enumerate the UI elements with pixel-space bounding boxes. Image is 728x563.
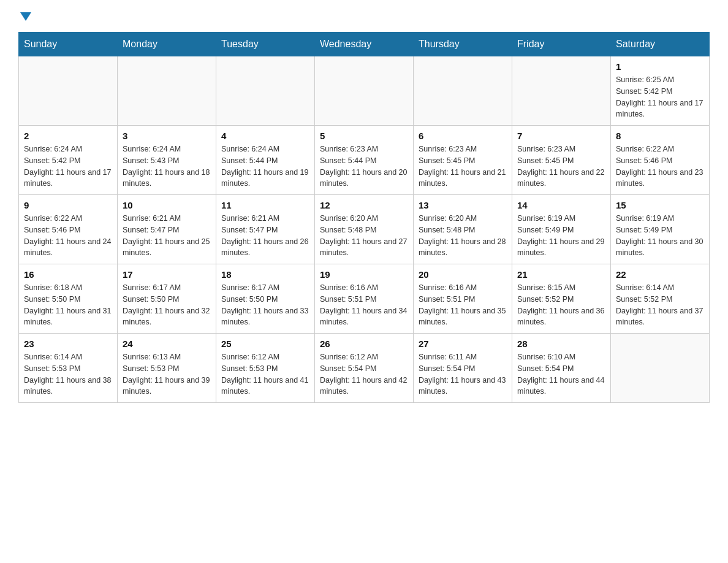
day-number: 14 xyxy=(517,200,605,210)
weekday-header-thursday: Thursday xyxy=(414,33,512,56)
calendar-cell: 25Sunrise: 6:12 AM Sunset: 5:53 PM Dayli… xyxy=(216,334,315,403)
calendar-cell: 7Sunrise: 6:23 AM Sunset: 5:45 PM Daylig… xyxy=(512,126,611,195)
day-info: Sunrise: 6:19 AM Sunset: 5:49 PM Dayligh… xyxy=(616,213,704,259)
day-number: 7 xyxy=(517,131,605,141)
calendar-cell: 26Sunrise: 6:12 AM Sunset: 5:54 PM Dayli… xyxy=(315,334,414,403)
calendar-cell xyxy=(216,56,315,126)
week-row-3: 9Sunrise: 6:22 AM Sunset: 5:46 PM Daylig… xyxy=(19,195,710,264)
day-info: Sunrise: 6:12 AM Sunset: 5:53 PM Dayligh… xyxy=(221,351,309,397)
weekday-header-friday: Friday xyxy=(512,33,611,56)
day-info: Sunrise: 6:16 AM Sunset: 5:51 PM Dayligh… xyxy=(320,282,408,328)
calendar-cell: 23Sunrise: 6:14 AM Sunset: 5:53 PM Dayli… xyxy=(19,334,118,403)
calendar-cell xyxy=(611,334,710,403)
day-info: Sunrise: 6:14 AM Sunset: 5:53 PM Dayligh… xyxy=(24,351,112,397)
day-number: 10 xyxy=(123,200,211,210)
day-info: Sunrise: 6:22 AM Sunset: 5:46 PM Dayligh… xyxy=(616,144,704,190)
day-info: Sunrise: 6:17 AM Sunset: 5:50 PM Dayligh… xyxy=(221,282,309,328)
calendar-cell: 22Sunrise: 6:14 AM Sunset: 5:52 PM Dayli… xyxy=(611,264,710,334)
weekday-header-saturday: Saturday xyxy=(611,33,710,56)
calendar-cell: 4Sunrise: 6:24 AM Sunset: 5:44 PM Daylig… xyxy=(216,126,315,195)
day-number: 20 xyxy=(419,269,507,280)
calendar-cell: 28Sunrise: 6:10 AM Sunset: 5:54 PM Dayli… xyxy=(512,334,611,403)
day-info: Sunrise: 6:14 AM Sunset: 5:52 PM Dayligh… xyxy=(616,282,704,328)
day-number: 5 xyxy=(320,131,408,141)
week-row-4: 16Sunrise: 6:18 AM Sunset: 5:50 PM Dayli… xyxy=(19,264,710,334)
calendar-cell: 9Sunrise: 6:22 AM Sunset: 5:46 PM Daylig… xyxy=(19,195,118,264)
day-number: 21 xyxy=(517,269,605,280)
calendar-cell xyxy=(19,56,118,126)
weekday-header-row: SundayMondayTuesdayWednesdayThursdayFrid… xyxy=(19,33,710,56)
day-number: 3 xyxy=(123,131,211,141)
day-info: Sunrise: 6:24 AM Sunset: 5:44 PM Dayligh… xyxy=(221,144,309,190)
week-row-5: 23Sunrise: 6:14 AM Sunset: 5:53 PM Dayli… xyxy=(19,334,710,403)
calendar-cell: 5Sunrise: 6:23 AM Sunset: 5:44 PM Daylig… xyxy=(315,126,414,195)
day-number: 13 xyxy=(419,200,507,210)
day-number: 23 xyxy=(24,339,112,349)
day-info: Sunrise: 6:23 AM Sunset: 5:45 PM Dayligh… xyxy=(517,144,605,190)
calendar-cell: 27Sunrise: 6:11 AM Sunset: 5:54 PM Dayli… xyxy=(414,334,512,403)
calendar-cell: 2Sunrise: 6:24 AM Sunset: 5:42 PM Daylig… xyxy=(19,126,118,195)
day-info: Sunrise: 6:18 AM Sunset: 5:50 PM Dayligh… xyxy=(24,282,112,328)
day-info: Sunrise: 6:22 AM Sunset: 5:46 PM Dayligh… xyxy=(24,213,112,259)
day-info: Sunrise: 6:10 AM Sunset: 5:54 PM Dayligh… xyxy=(517,351,605,397)
weekday-header-tuesday: Tuesday xyxy=(216,33,315,56)
day-number: 4 xyxy=(221,131,309,141)
day-number: 2 xyxy=(24,131,112,141)
calendar-cell: 24Sunrise: 6:13 AM Sunset: 5:53 PM Dayli… xyxy=(118,334,216,403)
day-info: Sunrise: 6:25 AM Sunset: 5:42 PM Dayligh… xyxy=(616,74,704,120)
day-info: Sunrise: 6:24 AM Sunset: 5:42 PM Dayligh… xyxy=(24,144,112,190)
calendar-cell: 17Sunrise: 6:17 AM Sunset: 5:50 PM Dayli… xyxy=(118,264,216,334)
day-info: Sunrise: 6:23 AM Sunset: 5:44 PM Dayligh… xyxy=(320,144,408,190)
calendar-cell: 13Sunrise: 6:20 AM Sunset: 5:48 PM Dayli… xyxy=(414,195,512,264)
day-info: Sunrise: 6:19 AM Sunset: 5:49 PM Dayligh… xyxy=(517,213,605,259)
calendar-cell: 10Sunrise: 6:21 AM Sunset: 5:47 PM Dayli… xyxy=(118,195,216,264)
day-number: 19 xyxy=(320,269,408,280)
weekday-header-sunday: Sunday xyxy=(19,33,118,56)
day-number: 6 xyxy=(419,131,507,141)
calendar-header: SundayMondayTuesdayWednesdayThursdayFrid… xyxy=(19,33,710,56)
day-number: 25 xyxy=(221,339,309,349)
day-number: 11 xyxy=(221,200,309,210)
day-info: Sunrise: 6:20 AM Sunset: 5:48 PM Dayligh… xyxy=(419,213,507,259)
day-info: Sunrise: 6:12 AM Sunset: 5:54 PM Dayligh… xyxy=(320,351,408,397)
calendar-cell xyxy=(414,56,512,126)
day-number: 24 xyxy=(123,339,211,349)
day-info: Sunrise: 6:11 AM Sunset: 5:54 PM Dayligh… xyxy=(419,351,507,397)
day-number: 1 xyxy=(616,61,704,72)
calendar-cell: 21Sunrise: 6:15 AM Sunset: 5:52 PM Dayli… xyxy=(512,264,611,334)
day-number: 26 xyxy=(320,339,408,349)
day-info: Sunrise: 6:23 AM Sunset: 5:45 PM Dayligh… xyxy=(419,144,507,190)
calendar-cell: 15Sunrise: 6:19 AM Sunset: 5:49 PM Dayli… xyxy=(611,195,710,264)
logo xyxy=(18,12,31,20)
calendar-cell: 14Sunrise: 6:19 AM Sunset: 5:49 PM Dayli… xyxy=(512,195,611,264)
day-info: Sunrise: 6:21 AM Sunset: 5:47 PM Dayligh… xyxy=(221,213,309,259)
calendar-cell: 18Sunrise: 6:17 AM Sunset: 5:50 PM Dayli… xyxy=(216,264,315,334)
calendar-cell: 11Sunrise: 6:21 AM Sunset: 5:47 PM Dayli… xyxy=(216,195,315,264)
calendar-cell xyxy=(315,56,414,126)
day-info: Sunrise: 6:24 AM Sunset: 5:43 PM Dayligh… xyxy=(123,144,211,190)
week-row-2: 2Sunrise: 6:24 AM Sunset: 5:42 PM Daylig… xyxy=(19,126,710,195)
day-info: Sunrise: 6:21 AM Sunset: 5:47 PM Dayligh… xyxy=(123,213,211,259)
day-number: 15 xyxy=(616,200,704,210)
calendar-cell: 16Sunrise: 6:18 AM Sunset: 5:50 PM Dayli… xyxy=(19,264,118,334)
weekday-header-monday: Monday xyxy=(118,33,216,56)
weekday-header-wednesday: Wednesday xyxy=(315,33,414,56)
page-header xyxy=(18,12,710,20)
day-number: 12 xyxy=(320,200,408,210)
calendar-cell: 3Sunrise: 6:24 AM Sunset: 5:43 PM Daylig… xyxy=(118,126,216,195)
day-number: 8 xyxy=(616,131,704,141)
day-info: Sunrise: 6:15 AM Sunset: 5:52 PM Dayligh… xyxy=(517,282,605,328)
day-number: 28 xyxy=(517,339,605,349)
week-row-1: 1Sunrise: 6:25 AM Sunset: 5:42 PM Daylig… xyxy=(19,56,710,126)
day-info: Sunrise: 6:17 AM Sunset: 5:50 PM Dayligh… xyxy=(123,282,211,328)
day-info: Sunrise: 6:16 AM Sunset: 5:51 PM Dayligh… xyxy=(419,282,507,328)
calendar-table: SundayMondayTuesdayWednesdayThursdayFrid… xyxy=(18,32,710,403)
calendar-cell: 12Sunrise: 6:20 AM Sunset: 5:48 PM Dayli… xyxy=(315,195,414,264)
day-info: Sunrise: 6:20 AM Sunset: 5:48 PM Dayligh… xyxy=(320,213,408,259)
day-number: 22 xyxy=(616,269,704,280)
day-number: 27 xyxy=(419,339,507,349)
calendar-cell xyxy=(512,56,611,126)
day-info: Sunrise: 6:13 AM Sunset: 5:53 PM Dayligh… xyxy=(123,351,211,397)
day-number: 9 xyxy=(24,200,112,210)
svg-marker-0 xyxy=(20,12,31,21)
